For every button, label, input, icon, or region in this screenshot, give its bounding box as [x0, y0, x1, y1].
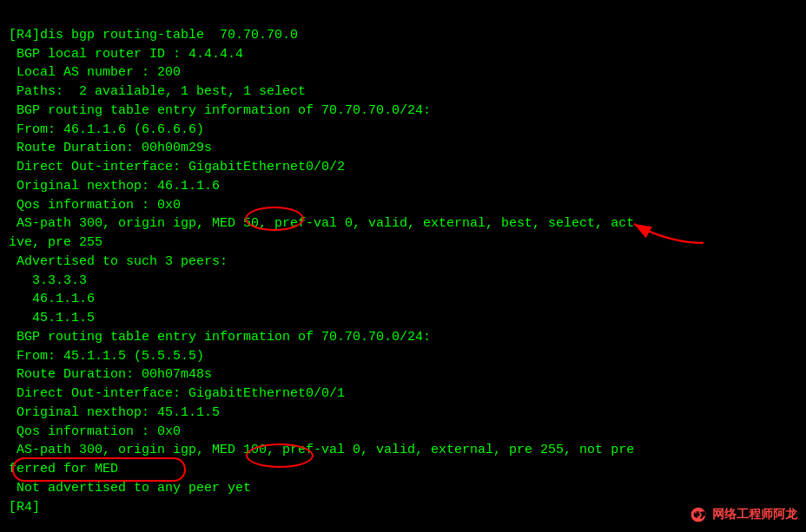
terminal-line: [R4] [9, 498, 797, 517]
terminal-line: Route Duration: 00h00m29s [9, 139, 797, 158]
terminal-line: Original nexthop: 46.1.1.6 [9, 177, 797, 196]
terminal-line: Qos information : 0x0 [9, 196, 797, 215]
terminal-line: ive, pre 255 [9, 233, 797, 253]
terminal-line: BGP routing table entry information of 7… [9, 102, 797, 121]
terminal-line: BGP routing table entry information of 7… [9, 328, 797, 347]
watermark-text: 网络工程师阿龙 [712, 507, 797, 522]
terminal-line: Direct Out-interface: GigabitEthernet0/0… [9, 158, 797, 177]
terminal-line: [R4]dis bgp routing-table 70.70.70.0 [9, 26, 797, 45]
terminal-line: Original nexthop: 45.1.1.5 [9, 404, 797, 423]
terminal-line: BGP local router ID : 4.4.4.4 [9, 45, 797, 64]
terminal-output: [R4]dis bgp routing-table 70.70.70.0 BGP… [0, 0, 806, 523]
terminal-line: Paths: 2 available, 1 best, 1 select [9, 82, 797, 102]
terminal-line: Not advertised to any peer yet [9, 479, 797, 498]
terminal-line: Local AS number : 200 [9, 63, 797, 82]
terminal-line: ferred for MED [9, 460, 797, 479]
terminal-line: AS-path 300, origin igp, MED 50, pref-va… [9, 214, 797, 233]
terminal-line: Direct Out-interface: GigabitEthernet0/0… [9, 384, 797, 404]
wechat-icon [690, 506, 707, 523]
terminal-line: Qos information : 0x0 [9, 423, 797, 442]
terminal-line: From: 45.1.1.5 (5.5.5.5) [9, 347, 797, 366]
terminal-line: From: 46.1.1.6 (6.6.6.6) [9, 121, 797, 140]
terminal-line: AS-path 300, origin igp, MED 100, pref-v… [9, 441, 797, 460]
terminal-line: 3.3.3.3 [9, 272, 797, 291]
terminal-line: 45.1.1.5 [9, 309, 797, 328]
terminal-line: 46.1.1.6 [9, 290, 797, 309]
terminal-line: Advertised to such 3 peers: [9, 253, 797, 272]
terminal-line: Route Duration: 00h07m48s [9, 365, 797, 384]
watermark: 网络工程师阿龙 [690, 506, 797, 523]
